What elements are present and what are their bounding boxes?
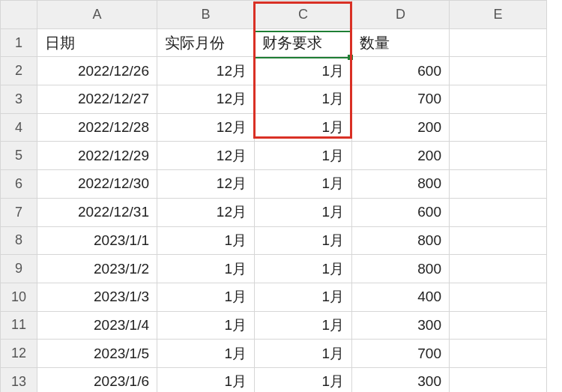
cell-E7[interactable] [450,198,547,226]
cell-C4[interactable]: 1月 [255,113,352,142]
cell-E9[interactable] [450,255,547,283]
cell-C7[interactable]: 1月 [255,198,352,226]
cell-E12[interactable] [450,340,547,368]
cell-E5[interactable] [450,142,547,170]
cell-E8[interactable] [450,226,547,255]
row-10: 10 2023/1/3 1月 1月 400 [1,283,547,311]
row-2: 2 2022/12/26 12月 1月 600 [1,57,547,85]
cell-C6[interactable]: 1月 [255,170,352,199]
cell-A9[interactable]: 2023/1/2 [37,255,157,283]
cell-A10[interactable]: 2023/1/3 [37,283,157,311]
cell-E11[interactable] [450,311,547,340]
cell-B7[interactable]: 12月 [157,198,255,226]
cell-C11[interactable]: 1月 [255,311,352,340]
cell-C1[interactable]: 财务要求 [255,28,352,57]
cell-A6[interactable]: 2022/12/30 [37,170,157,199]
cell-A11[interactable]: 2023/1/4 [37,311,157,340]
row-header[interactable]: 12 [1,340,37,368]
cell-C12[interactable]: 1月 [255,340,352,368]
cell-B5[interactable]: 12月 [157,142,255,170]
cell-D2[interactable]: 600 [352,57,450,85]
cell-C9[interactable]: 1月 [255,255,352,283]
cell-E6[interactable] [450,170,547,199]
cell-E2[interactable] [450,57,547,85]
cell-A7[interactable]: 2022/12/31 [37,198,157,226]
row-header[interactable]: 10 [1,283,37,311]
cell-D4[interactable]: 200 [352,113,450,142]
cell-C8[interactable]: 1月 [255,226,352,255]
row-8: 8 2023/1/1 1月 1月 800 [1,226,547,255]
cell-B11[interactable]: 1月 [157,311,255,340]
row-header[interactable]: 11 [1,311,37,340]
column-header-row: A B C D E [1,1,547,29]
cell-D1[interactable]: 数量 [352,28,450,57]
cell-A12[interactable]: 2023/1/5 [37,340,157,368]
cell-A5[interactable]: 2022/12/29 [37,142,157,170]
cell-A3[interactable]: 2022/12/27 [37,85,157,114]
row-6: 6 2022/12/30 12月 1月 800 [1,170,547,199]
cell-D11[interactable]: 300 [352,311,450,340]
select-all-corner[interactable] [1,1,37,29]
cell-D3[interactable]: 700 [352,85,450,114]
cell-B13[interactable]: 1月 [157,367,255,392]
col-header-A[interactable]: A [37,1,157,29]
cell-D5[interactable]: 200 [352,142,450,170]
cell-B3[interactable]: 12月 [157,85,255,114]
cell-D12[interactable]: 700 [352,340,450,368]
row-11: 11 2023/1/4 1月 1月 300 [1,311,547,340]
row-header[interactable]: 8 [1,226,37,255]
row-header[interactable]: 2 [1,57,37,85]
col-header-B[interactable]: B [157,1,255,29]
row-header[interactable]: 4 [1,113,37,142]
cell-D9[interactable]: 800 [352,255,450,283]
cell-E10[interactable] [450,283,547,311]
row-header[interactable]: 7 [1,198,37,226]
cell-A4[interactable]: 2022/12/28 [37,113,157,142]
row-5: 5 2022/12/29 12月 1月 200 [1,142,547,170]
cell-A2[interactable]: 2022/12/26 [37,57,157,85]
col-header-D[interactable]: D [352,1,450,29]
cell-B4[interactable]: 12月 [157,113,255,142]
cell-A13[interactable]: 2023/1/6 [37,367,157,392]
cell-B1[interactable]: 实际月份 [157,28,255,57]
cell-C5[interactable]: 1月 [255,142,352,170]
row-4: 4 2022/12/28 12月 1月 200 [1,113,547,142]
cell-D7[interactable]: 600 [352,198,450,226]
row-13: 13 2023/1/6 1月 1月 300 [1,367,547,392]
row-9: 9 2023/1/2 1月 1月 800 [1,255,547,283]
cell-C3[interactable]: 1月 [255,85,352,114]
cell-E4[interactable] [450,113,547,142]
row-header[interactable]: 6 [1,170,37,199]
row-header[interactable]: 13 [1,367,37,392]
cell-D8[interactable]: 800 [352,226,450,255]
col-header-E[interactable]: E [450,1,547,29]
cell-C13[interactable]: 1月 [255,367,352,392]
cell-A8[interactable]: 2023/1/1 [37,226,157,255]
cell-B9[interactable]: 1月 [157,255,255,283]
col-header-C[interactable]: C [255,1,352,29]
cell-D13[interactable]: 300 [352,367,450,392]
row-3: 3 2022/12/27 12月 1月 700 [1,85,547,114]
cell-B10[interactable]: 1月 [157,283,255,311]
cell-E1[interactable] [450,28,547,57]
cell-C10[interactable]: 1月 [255,283,352,311]
row-7: 7 2022/12/31 12月 1月 600 [1,198,547,226]
row-header[interactable]: 5 [1,142,37,170]
cell-C2[interactable]: 1月 [255,57,352,85]
row-header[interactable]: 9 [1,255,37,283]
cell-D10[interactable]: 400 [352,283,450,311]
cell-E3[interactable] [450,85,547,114]
cell-B2[interactable]: 12月 [157,57,255,85]
cell-B8[interactable]: 1月 [157,226,255,255]
cell-B12[interactable]: 1月 [157,340,255,368]
spreadsheet-grid[interactable]: A B C D E 1 日期 实际月份 财务要求 数量 2 2022/12/26… [0,0,547,392]
row-1: 1 日期 实际月份 财务要求 数量 [1,28,547,57]
row-header[interactable]: 1 [1,28,37,57]
row-header[interactable]: 3 [1,85,37,114]
cell-A1[interactable]: 日期 [37,28,157,57]
cell-B6[interactable]: 12月 [157,170,255,199]
row-12: 12 2023/1/5 1月 1月 700 [1,340,547,368]
cell-D6[interactable]: 800 [352,170,450,199]
cell-E13[interactable] [450,367,547,392]
